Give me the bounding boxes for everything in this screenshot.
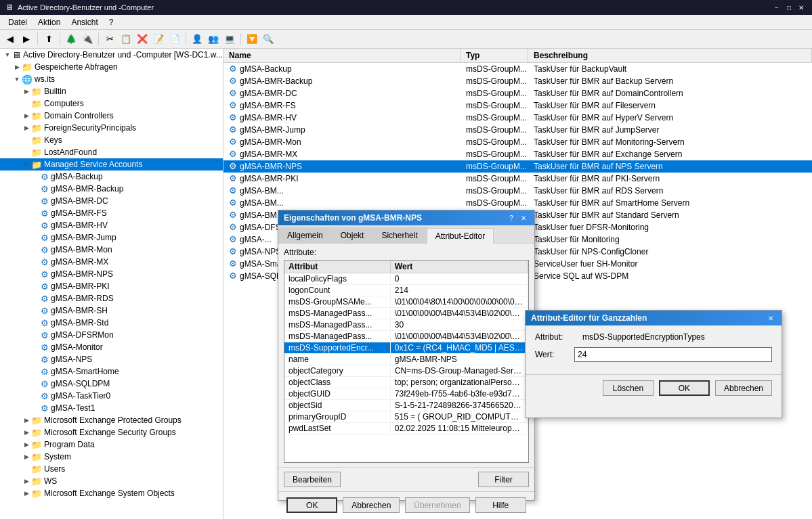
cancel-button[interactable]: Abbrechen (343, 497, 400, 513)
maximize-button[interactable]: □ (784, 2, 794, 13)
toolbar-copy[interactable]: 📋 (119, 32, 133, 47)
int-dialog-close-btn[interactable]: ✕ (765, 313, 776, 323)
tree-item-gmsa-bmr-fs[interactable]: ⚙ gMSA-BMR-FS (0, 207, 223, 219)
list-row[interactable]: ⚙gMSA-BM... msDS-GroupM... TaskUser für … (223, 185, 812, 197)
list-row[interactable]: ⚙gMSA-BM... msDS-GroupM... TaskUser für … (223, 197, 812, 209)
tree-item-gmsa-smarthome[interactable]: ⚙ gMSA-SmartHome (0, 365, 223, 378)
toolbar-rename[interactable]: 📝 (151, 32, 166, 47)
tree-item-managed-service[interactable]: ▼ 📁 Managed Service Accounts (0, 158, 223, 171)
tree-item-gmsa-sqldpm[interactable]: ⚙ gMSA-SQLDPM (0, 378, 223, 390)
list-row[interactable]: ⚙gMSA-Backup msDS-GroupM... TaskUser für… (223, 63, 812, 75)
attr-table-row[interactable]: logonCount214 (284, 285, 528, 296)
tree-item-saved-queries[interactable]: ▶ 📁 Gespeicherte Abfragen (0, 61, 223, 73)
int-ok-button[interactable]: OK (659, 380, 710, 396)
tree-item-ms-exchange-protected[interactable]: ▶ 📁 Microsoft Exchange Protected Groups (0, 414, 223, 426)
tree-item-gmsa-tasktier0[interactable]: ⚙ gMSA-TaskTier0 (0, 390, 223, 402)
col-header-type[interactable]: Typ (461, 49, 528, 62)
list-row[interactable]: ⚙gMSA-BMR-HV msDS-GroupM... TaskUser für… (223, 112, 812, 124)
dialog-close-btn[interactable]: ✕ (518, 213, 529, 223)
tab-objekt[interactable]: Objekt (332, 227, 373, 243)
list-row[interactable]: ⚙gMSA-BMR-PKI msDS-GroupM... TaskUser fü… (223, 173, 812, 185)
tree-item-ms-exchange-system[interactable]: ▶ 📁 Microsoft Exchange System Objects (0, 487, 223, 499)
tree-item-gmsa-bmr-mon[interactable]: ⚙ gMSA-BMR-Mon (0, 244, 223, 256)
toolbar-new-group[interactable]: 👥 (206, 32, 221, 47)
toolbar-show-tree[interactable]: 🌲 (64, 32, 79, 47)
list-row-gmsa-nps[interactable]: ⚙gMSA-BMR-NPS msDS-GroupM... TaskUser fü… (223, 160, 812, 173)
list-row[interactable]: ⚙gMSA-BMR-FS msDS-GroupM... TaskUser für… (223, 99, 812, 112)
tree-item-keys[interactable]: 📁 Keys (0, 134, 223, 146)
attr-table-row[interactable]: msDS-ManagedPass...\01\00\00\00\4B\44\53… (284, 331, 528, 342)
tree-item-program-data[interactable]: ▶ 📁 Program Data (0, 438, 223, 451)
menu-datei[interactable]: Datei (3, 16, 33, 28)
tree-item-computers[interactable]: 📁 Computers (0, 97, 223, 110)
tree-item-gmsa-nps[interactable]: ⚙ gMSA-BMR-NPS (0, 268, 223, 280)
toolbar-up[interactable]: ⬆ (41, 32, 56, 47)
menu-help[interactable]: ? (104, 16, 119, 28)
filter-button[interactable]: Filter (478, 472, 529, 487)
tree-item-system[interactable]: ▶ 📁 System (0, 451, 223, 463)
attr-table-row[interactable]: primaryGroupID515 = ( GROUP_RID_COMPUTER… (284, 411, 528, 423)
col-header-desc[interactable]: Beschreibung (528, 49, 812, 62)
list-row[interactable]: ⚙gMSA-BMR-DC msDS-GroupM... TaskUser für… (223, 87, 812, 99)
tree-item-gmsa-bmr-pki[interactable]: ⚙ gMSA-BMR-PKI (0, 280, 223, 292)
tree-item-lostandfound[interactable]: 📁 LostAndFound (0, 146, 223, 158)
attr-table-row[interactable]: objectCategoryCN=ms-DS-Group-Managed-Ser… (284, 365, 528, 377)
toolbar-forward[interactable]: ▶ (19, 32, 34, 47)
dialog-help-btn[interactable]: ? (506, 213, 517, 223)
tree-item-foreign-security[interactable]: ▶ 📁 ForeignSecurityPrincipals (0, 122, 223, 134)
ok-button[interactable]: OK (286, 497, 337, 513)
attr-table-row[interactable]: msDS-ManagedPass...\01\00\00\00\4B\44\53… (284, 308, 528, 319)
list-row[interactable]: ⚙gMSA-BMR-Backup msDS-GroupM... TaskUser… (223, 75, 812, 87)
tree-item-gmsa-bmr-dc[interactable]: ⚙ gMSA-BMR-DC (0, 195, 223, 207)
tab-allgemein[interactable]: Allgemein (278, 227, 332, 243)
attr-table-row[interactable]: pwdLastSet02.02.2025 11:08:15 Mitteleuro… (284, 423, 528, 434)
toolbar-connect[interactable]: 🔌 (80, 32, 95, 47)
tree-item-builtin[interactable]: ▶ 📁 Builtin (0, 85, 223, 97)
tree-item-domain-controllers[interactable]: ▶ 📁 Domain Controllers (0, 110, 223, 122)
tree-item-gmsa-nps2[interactable]: ⚙ gMSA-NPS (0, 353, 223, 365)
tree-item-gmsa-bmr-sh[interactable]: ⚙ gMSA-BMR-SH (0, 304, 223, 317)
tab-attribut-editor[interactable]: Attribut-Editor (427, 228, 494, 244)
int-delete-button[interactable]: Löschen (603, 380, 654, 396)
tree-root[interactable]: ▼ 🖥 Active Directory-Benutzer und -Compu… (0, 49, 223, 61)
tree-item-gmsa-bmr-mx[interactable]: ⚙ gMSA-BMR-MX (0, 256, 223, 268)
menu-ansicht[interactable]: Ansicht (66, 16, 103, 28)
attr-table-row[interactable]: objectClasstop; person; organizationalPe… (284, 377, 528, 388)
toolbar-cut[interactable]: ✂ (102, 32, 117, 47)
tree-item-ws[interactable]: ▶ 📁 WS (0, 475, 223, 487)
tree-item-users[interactable]: 📁 Users (0, 463, 223, 475)
attr-table-row[interactable]: msDS-GroupMSAMe...\01\00\04\80\14\00\00\… (284, 296, 528, 308)
tree-item-gmsa-backup[interactable]: ⚙ gMSA-Backup (0, 171, 223, 183)
attr-table-row[interactable]: objectGUID73f249eb-f755-4ab6-b3fe-e93d74… (284, 388, 528, 400)
attr-col-header-attr[interactable]: Attribut (284, 261, 390, 273)
toolbar-search[interactable]: 🔍 (261, 32, 276, 47)
tree-item-gmsa-bmr-hv[interactable]: ⚙ gMSA-BMR-HV (0, 219, 223, 231)
tree-item-gmsa-bmr-backup[interactable]: ⚙ gMSA-BMR-Backup (0, 183, 223, 195)
attr-table-row[interactable]: localPolicyFlags0 (284, 273, 528, 285)
tab-sicherheit[interactable]: Sicherheit (372, 227, 426, 243)
tree-item-gmsa-monitor[interactable]: ⚙ gMSA-Monitor (0, 341, 223, 353)
list-row[interactable]: ⚙gMSA-BMR-Jump msDS-GroupM... TaskUser f… (223, 124, 812, 136)
tree-item-gmsa-bmr-std[interactable]: ⚙ gMSA-BMR-Std (0, 317, 223, 329)
toolbar-new-computer[interactable]: 💻 (222, 32, 237, 47)
col-header-name[interactable]: Name (223, 49, 461, 62)
tree-item-gmsa-bmr-rds[interactable]: ⚙ gMSA-BMR-RDS (0, 292, 223, 304)
attr-col-header-val[interactable]: Wert (390, 261, 528, 273)
close-button[interactable]: ✕ (796, 2, 807, 13)
tree-item-gmsa-bmr-jump[interactable]: ⚙ gMSA-BMR-Jump (0, 231, 223, 244)
list-row[interactable]: ⚙gMSA-BMR-Mon msDS-GroupM... TaskUser fü… (223, 136, 812, 148)
toolbar-properties[interactable]: 📄 (167, 32, 182, 47)
toolbar-delete[interactable]: ❌ (135, 32, 150, 47)
tree-item-ms-exchange-security[interactable]: ▶ 📁 Microsoft Exchange Security Groups (0, 426, 223, 438)
edit-button[interactable]: Bearbeiten (284, 472, 341, 487)
minimize-button[interactable]: − (771, 2, 782, 13)
toolbar-back[interactable]: ◀ (3, 32, 18, 47)
tree-item-wsits[interactable]: ▼ 🌐 ws.its (0, 73, 223, 85)
tree-item-gmsa-dfsrmon[interactable]: ⚙ gMSA-DFSRMon (0, 329, 223, 341)
attr-table-row[interactable]: namegMSA-BMR-NPS (284, 354, 528, 365)
attr-table-row[interactable]: msDS-SupportedEncr...0x1C = (RC4_HMAC_MD… (284, 342, 528, 354)
toolbar-filter[interactable]: 🔽 (244, 32, 259, 47)
tree-item-gmsa-test1[interactable]: ⚙ gMSA-Test1 (0, 402, 223, 414)
list-row[interactable]: ⚙gMSA-BMR-MX msDS-GroupM... TaskUser für… (223, 148, 812, 160)
apply-button[interactable]: Übernehmen (405, 497, 469, 513)
